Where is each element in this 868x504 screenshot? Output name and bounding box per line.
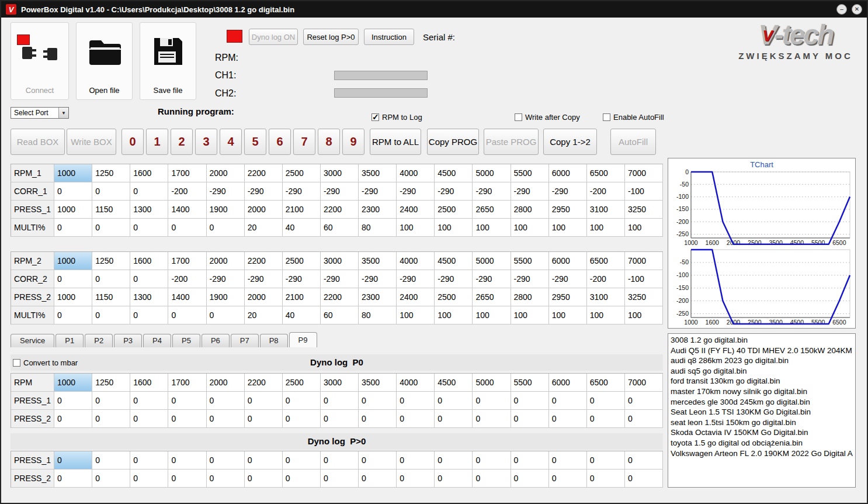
grid-cell[interactable]: 0	[92, 470, 130, 488]
dyno-log-on-button[interactable]: Dyno log ON	[249, 29, 298, 45]
paste-prog-button[interactable]: Paste PROG	[484, 129, 539, 155]
grid-cell[interactable]: 0	[397, 392, 435, 410]
grid-cell[interactable]: 0	[283, 410, 321, 428]
copy-1-to-2-button[interactable]: Copy 1->2	[543, 129, 597, 155]
grid-cell[interactable]: -290	[359, 182, 397, 201]
grid-cell[interactable]: 100	[435, 306, 473, 325]
grid-cell[interactable]: 2800	[511, 288, 549, 306]
grid-cell[interactable]: 100	[511, 306, 549, 325]
grid-cell[interactable]: -290	[473, 270, 511, 288]
tab-p4[interactable]: P4	[143, 334, 171, 347]
grid-cell[interactable]: 1600	[130, 252, 168, 270]
grid-cell[interactable]: 2400	[397, 288, 435, 306]
grid-cell[interactable]: 0	[54, 182, 92, 201]
grid-cell[interactable]: 1600	[130, 164, 168, 182]
grid-cell[interactable]: 1300	[130, 201, 168, 219]
grid-cell[interactable]: 6000	[549, 374, 587, 392]
digit-button-4[interactable]: 4	[220, 129, 242, 155]
grid-cell[interactable]: 0	[54, 410, 92, 428]
file-list-item[interactable]: ford transit 130km go digital.bin	[671, 376, 853, 386]
grid-cell[interactable]: 4000	[397, 252, 435, 270]
grid-cell[interactable]: 0	[587, 451, 625, 470]
grid-cell[interactable]: 0	[207, 392, 245, 410]
grid-cell[interactable]: 0	[397, 470, 435, 488]
file-list-item[interactable]: mercedes gle 300d 245km go digital.bin	[671, 397, 853, 408]
grid-cell[interactable]: 0	[321, 410, 359, 428]
enable-autofill-checkbox[interactable]: Enable AutoFill	[603, 113, 664, 122]
grid-cell[interactable]: 2400	[397, 201, 435, 219]
grid-cell[interactable]: 3500	[359, 164, 397, 182]
grid-cell[interactable]: 5000	[473, 164, 511, 182]
digit-button-9[interactable]: 9	[342, 129, 364, 155]
grid-cell[interactable]: 0	[168, 451, 206, 470]
grid-cell[interactable]: 0	[168, 410, 206, 428]
grid-cell[interactable]: 0	[397, 410, 435, 428]
grid-cell[interactable]: -290	[245, 182, 283, 201]
grid-cell[interactable]: -290	[283, 182, 321, 201]
digit-button-1[interactable]: 1	[146, 129, 168, 155]
digit-button-3[interactable]: 3	[195, 129, 217, 155]
grid-cell[interactable]: 5000	[473, 374, 511, 392]
grid-cell[interactable]: 3250	[625, 288, 663, 306]
grid-cell[interactable]: -200	[587, 270, 625, 288]
save-file-button[interactable]: Save file	[140, 22, 196, 100]
grid-cell[interactable]: 0	[92, 270, 130, 288]
instruction-button[interactable]: Instruction	[364, 29, 414, 45]
grid-cell[interactable]: 80	[359, 306, 397, 325]
grid-cell[interactable]: 0	[435, 392, 473, 410]
select-port-dropdown[interactable]: Select Port ▼	[11, 107, 69, 119]
grid-cell[interactable]: 1000	[54, 252, 92, 270]
close-button[interactable]: ✕	[852, 4, 862, 15]
file-list-item[interactable]: Seat Leon 1.5 TSI 130KM Go Digital.bin	[671, 407, 853, 417]
grid-cell[interactable]: 6500	[587, 252, 625, 270]
grid-cell[interactable]: 0	[511, 392, 549, 410]
grid-cell[interactable]: 2300	[359, 201, 397, 219]
grid-cell[interactable]: 0	[625, 410, 663, 428]
grid-cell[interactable]: 0	[321, 451, 359, 470]
grid-cell[interactable]: 2000	[207, 252, 245, 270]
grid-cell[interactable]: 0	[511, 470, 549, 488]
grid-cell[interactable]: 2500	[435, 201, 473, 219]
digit-button-5[interactable]: 5	[244, 129, 266, 155]
grid-cell[interactable]: 100	[549, 219, 587, 237]
grid-cell[interactable]: 0	[625, 470, 663, 488]
grid-cell[interactable]: 7000	[625, 252, 663, 270]
tab-p2[interactable]: P2	[85, 334, 113, 347]
digit-button-2[interactable]: 2	[171, 129, 193, 155]
grid-cell[interactable]: 0	[130, 410, 168, 428]
grid-cell[interactable]: -290	[435, 270, 473, 288]
grid-cell[interactable]: 2950	[549, 288, 587, 306]
grid-cell[interactable]: 0	[549, 470, 587, 488]
grid-cell[interactable]: 0	[92, 182, 130, 201]
grid-cell[interactable]: 1300	[130, 288, 168, 306]
grid-cell[interactable]: 2500	[283, 252, 321, 270]
grid-cell[interactable]: -290	[321, 182, 359, 201]
grid-cell[interactable]: 0	[92, 306, 130, 325]
grid-cell[interactable]: 1250	[92, 374, 130, 392]
grid-cell[interactable]: 3000	[321, 164, 359, 182]
grid-cell[interactable]: 0	[473, 451, 511, 470]
tab-p3[interactable]: P3	[114, 334, 142, 347]
grid-cell[interactable]: 0	[283, 392, 321, 410]
grid-cell[interactable]: 3250	[625, 201, 663, 219]
file-list-item[interactable]: seat leon 1.5tsi 150km go digital.bin	[671, 417, 853, 428]
connect-button[interactable]: Connect	[11, 22, 69, 100]
grid-cell[interactable]: -290	[245, 270, 283, 288]
grid-cell[interactable]: 2950	[549, 201, 587, 219]
grid-cell[interactable]: 100	[511, 219, 549, 237]
grid-cell[interactable]: 0	[397, 451, 435, 470]
grid-cell[interactable]: 1900	[207, 201, 245, 219]
grid-cell[interactable]: 2500	[283, 164, 321, 182]
grid-cell[interactable]: 0	[168, 306, 206, 325]
grid-cell[interactable]: 1400	[168, 201, 206, 219]
grid-cell[interactable]: -290	[207, 182, 245, 201]
grid-cell[interactable]: 0	[549, 410, 587, 428]
grid-cell[interactable]: 4500	[435, 164, 473, 182]
grid-cell[interactable]: 20	[245, 306, 283, 325]
grid-cell[interactable]: 0	[321, 392, 359, 410]
grid-cell[interactable]: 100	[397, 219, 435, 237]
grid-cell[interactable]: 1000	[54, 164, 92, 182]
grid-cell[interactable]: 3500	[359, 374, 397, 392]
grid-cell[interactable]: 5500	[511, 164, 549, 182]
digit-button-0[interactable]: 0	[121, 129, 144, 155]
